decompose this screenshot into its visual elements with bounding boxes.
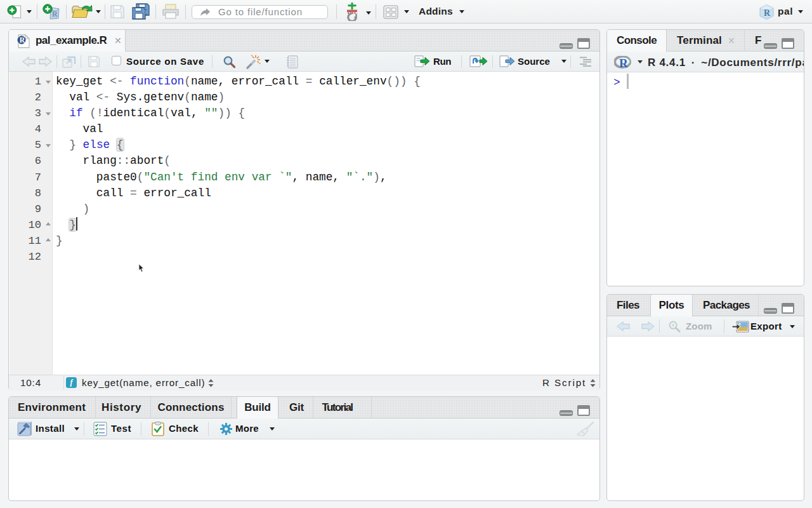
svg-text:R: R [20, 36, 25, 44]
svg-text:R: R [764, 8, 771, 18]
svg-text:R: R [619, 57, 628, 69]
svg-text:R: R [52, 10, 58, 18]
